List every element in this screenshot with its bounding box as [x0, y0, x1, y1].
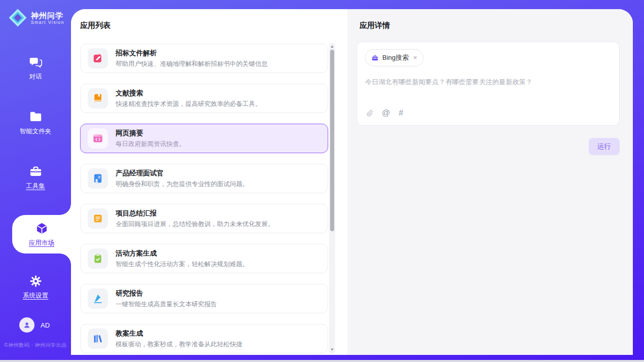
app-list-panel: 应用列表 招标文件解析帮助用户快速、准确地理解和解析招标书中的关键信息文献搜索快… [71, 9, 347, 355]
app-card-description: 帮助用户快速、准确地理解和解析招标书中的关键信息 [116, 60, 268, 68]
scrollbar-thumb[interactable] [330, 50, 334, 231]
app-card[interactable]: 文献搜索快速精准查找学术资源，提高研究效率的必备工具。 [80, 84, 328, 113]
chat-icon [29, 55, 43, 69]
app-list-title: 应用列表 [71, 9, 347, 30]
gear-icon [29, 274, 43, 288]
diamond-logo-icon [8, 8, 27, 27]
app-card-title: 招标文件解析 [116, 49, 268, 58]
interview-icon [88, 168, 108, 189]
app-card-text: 研究报告一键智能生成高质量长文本研究报告 [116, 289, 217, 309]
bottom-edge-strip [0, 360, 644, 362]
app-card[interactable]: 产品经理面试官明确身份和职责，为您提供专业性的面试问题。 [80, 164, 328, 193]
folder-icon [29, 110, 43, 124]
app-detail-panel: 应用详情 Bing搜索 × 今日湖北有哪些新闻要点？有哪些需要关注的最新政策？ … [347, 9, 633, 355]
app-card-title: 产品经理面试官 [116, 169, 249, 178]
run-row: 运行 [347, 126, 633, 155]
app-card[interactable]: 项目总结汇报全面回顾项目进展，总结经验教训，助力未来优化发展。 [80, 204, 328, 233]
sidebar-item-label: 工具集 [26, 182, 45, 191]
app-card-text: 项目总结汇报全面回顾项目进展，总结经验教训，助力未来优化发展。 [116, 209, 274, 229]
tool-tag-label: Bing搜索 [382, 53, 409, 62]
brand-subtitle: Smart Vision [31, 20, 64, 25]
app-card-text: 活动方案生成智能生成个性化活动方案，轻松解决规划难题。 [116, 249, 249, 269]
sidebar-item-settings[interactable]: 系统设置 [0, 270, 71, 304]
sidebar-item-chat[interactable]: 对话 [0, 51, 71, 85]
avatar [19, 317, 34, 333]
app-card-text: 网页摘要每日政府新闻资讯快查。 [116, 129, 186, 149]
app-card-title: 文献搜索 [116, 89, 262, 98]
attachment-icon[interactable] [365, 109, 373, 117]
book-icon [88, 88, 108, 108]
sidebar-nav: 对话智能文件夹工具集应用市场系统设置 [0, 51, 71, 324]
app-card-description: 快速精准查找学术资源，提高研究效率的必备工具。 [116, 100, 262, 108]
research-pen-icon [88, 288, 108, 309]
app-card[interactable]: 招标文件解析帮助用户快速、准确地理解和解析招标书中的关键信息 [80, 44, 328, 73]
app-card-title: 网页摘要 [116, 129, 186, 138]
sidebar-item-tools[interactable]: 工具集 [0, 160, 71, 195]
app-detail-title: 应用详情 [347, 9, 633, 30]
mention-icon[interactable]: @ [382, 109, 390, 117]
app-card-description: 明确身份和职责，为您提供专业性的面试问题。 [116, 180, 249, 189]
app-card-description: 一键智能生成高质量长文本研究报告 [116, 300, 217, 309]
toolbox-icon [29, 165, 43, 178]
input-actions: @ # [365, 109, 403, 117]
user-name: AD [41, 321, 50, 329]
sidebar-item-label: 智能文件夹 [20, 127, 52, 136]
app-card-title: 活动方案生成 [116, 249, 249, 258]
user-account[interactable]: AD [0, 317, 71, 333]
sidebar-item-label: 系统设置 [23, 292, 48, 300]
clipboard-check-icon [88, 248, 108, 269]
tool-tag-bing-search[interactable]: Bing搜索 × [365, 49, 423, 66]
cube-icon [35, 222, 49, 235]
app-card[interactable]: 活动方案生成智能生成个性化活动方案，轻松解决规划难题。 [80, 244, 328, 273]
summary-note-icon [88, 208, 108, 229]
prompt-card[interactable]: Bing搜索 × 今日湖北有哪些新闻要点？有哪些需要关注的最新政策？ @ # [356, 42, 620, 126]
app-logo: 神州问学 Smart Vision [0, 0, 71, 27]
sidebar-item-market[interactable]: 应用市场 [12, 215, 71, 254]
list-scrollbar[interactable]: ▲ ▼ [329, 43, 335, 354]
document-edit-icon [88, 48, 108, 68]
sidebar: 神州问学 Smart Vision 对话智能文件夹工具集应用市场系统设置 AD … [0, 0, 71, 355]
app-card-description: 每日政府新闻资讯快查。 [116, 140, 186, 149]
scroll-down-icon[interactable]: ▼ [329, 347, 335, 353]
app-card-title: 研究报告 [116, 289, 217, 298]
hashtag-icon[interactable]: # [399, 109, 403, 117]
app-card-description: 智能生成个性化活动方案，轻松解决规划难题。 [116, 260, 249, 269]
copyright-footer: ©神州数码 · 神州问学出品 [0, 342, 71, 349]
app-card-title: 教案生成 [116, 329, 242, 338]
sidebar-item-folders[interactable]: 智能文件夹 [0, 105, 71, 140]
app-card-text: 文献搜索快速精准查找学术资源，提高研究效率的必备工具。 [116, 89, 262, 108]
app-card-text: 招标文件解析帮助用户快速、准确地理解和解析招标书中的关键信息 [116, 49, 268, 68]
close-icon[interactable]: × [413, 55, 417, 60]
app-card-description: 模板驱动，教案秒成，教学准备从此轻松快捷 [116, 340, 242, 349]
app-card-list: 招标文件解析帮助用户快速、准确地理解和解析招标书中的关键信息文献搜索快速精准查找… [80, 44, 328, 355]
brand-name: 神州问学 [31, 11, 64, 20]
browser-code-icon [88, 128, 108, 149]
prompt-text[interactable]: 今日湖北有哪些新闻要点？有哪些需要关注的最新政策？ [365, 78, 611, 87]
app-card-text: 产品经理面试官明确身份和职责，为您提供专业性的面试问题。 [116, 169, 249, 189]
app-card[interactable]: 网页摘要每日政府新闻资讯快查。 [80, 124, 328, 153]
run-button[interactable]: 运行 [589, 138, 620, 155]
app-card-text: 教案生成模板驱动，教案秒成，教学准备从此轻松快捷 [116, 329, 242, 349]
books-icon [88, 329, 108, 349]
person-icon [22, 320, 31, 330]
sidebar-item-label: 对话 [29, 73, 42, 81]
app-card-description: 全面回顾项目进展，总结经验教训，助力未来优化发展。 [116, 220, 274, 229]
scroll-up-icon[interactable]: ▲ [329, 44, 335, 50]
sidebar-item-label: 应用市场 [29, 239, 54, 247]
app-card[interactable]: 教案生成模板驱动，教案秒成，教学准备从此轻松快捷 [80, 324, 328, 353]
app-card[interactable]: 研究报告一键智能生成高质量长文本研究报告 [80, 284, 328, 313]
app-card-title: 项目总结汇报 [116, 209, 274, 218]
main-content: 应用列表 招标文件解析帮助用户快速、准确地理解和解析招标书中的关键信息文献搜索快… [71, 9, 633, 355]
briefcase-icon [371, 54, 379, 62]
